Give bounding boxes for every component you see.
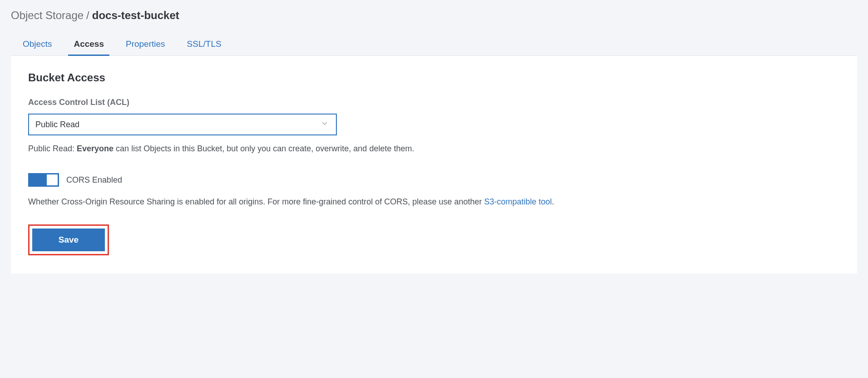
s3-compatible-tool-link[interactable]: S3-compatible tool bbox=[484, 197, 552, 206]
tab-objects[interactable]: Objects bbox=[22, 35, 53, 55]
cors-toggle[interactable] bbox=[28, 173, 59, 187]
cors-toggle-label: CORS Enabled bbox=[66, 175, 122, 185]
breadcrumb-root[interactable]: Object Storage bbox=[11, 9, 84, 22]
acl-select[interactable]: Public Read bbox=[28, 114, 337, 135]
tab-ssl[interactable]: SSL/TLS bbox=[186, 35, 222, 55]
acl-helper-text: Public Read: Everyone can list Objects i… bbox=[28, 143, 840, 155]
section-title: Bucket Access bbox=[28, 71, 840, 84]
save-button[interactable]: Save bbox=[32, 229, 105, 251]
cors-description: Whether Cross-Origin Resource Sharing is… bbox=[28, 196, 840, 208]
access-panel: Bucket Access Access Control List (ACL) … bbox=[11, 56, 857, 274]
tab-properties[interactable]: Properties bbox=[125, 35, 166, 55]
tab-access[interactable]: Access bbox=[73, 35, 105, 55]
toggle-knob bbox=[47, 174, 58, 185]
tab-bar: Objects Access Properties SSL/TLS bbox=[11, 35, 857, 56]
acl-select-value: Public Read bbox=[35, 120, 79, 129]
breadcrumb-separator: / bbox=[86, 9, 89, 22]
save-highlight-box: Save bbox=[28, 224, 109, 255]
breadcrumb-current: docs-test-bucket bbox=[92, 9, 179, 22]
breadcrumb: Object Storage / docs-test-bucket bbox=[11, 9, 857, 22]
acl-label: Access Control List (ACL) bbox=[28, 98, 840, 107]
